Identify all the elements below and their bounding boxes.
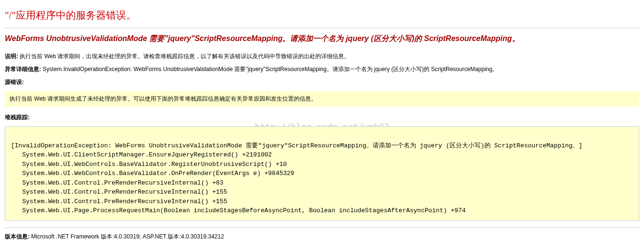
version-label: 版本信息: — [5, 233, 30, 240]
description-line: 说明: 执行当前 Web 请求期间，出现未经处理的异常。请检查堆栈跟踪信息，以了… — [5, 52, 639, 61]
source-error-label-text: 源错误: — [5, 79, 24, 85]
exception-line: 异常详细信息: System.InvalidOperationException… — [5, 65, 639, 73]
stack-trace-label-text: 堆栈跟踪: — [5, 114, 30, 121]
error-page: "/"应用程序中的服务器错误。 WebForms UnobtrusiveVali… — [5, 9, 639, 241]
description-label: 说明: — [5, 53, 18, 60]
divider — [5, 227, 639, 228]
page-title: "/"应用程序中的服务器错误。 — [5, 9, 639, 22]
exception-text: System.InvalidOperationException: WebFor… — [41, 66, 498, 72]
error-subtitle: WebForms UnobtrusiveValidationMode 需要"jq… — [5, 34, 639, 44]
divider — [5, 28, 639, 28]
stack-trace-box: [InvalidOperationException: WebForms Uno… — [5, 126, 639, 221]
version-text: Microsoft .NET Framework 版本:4.0.30319; A… — [30, 233, 224, 240]
exception-label: 异常详细信息: — [5, 66, 41, 72]
source-error-box: 执行当前 Web 请求期间生成了未经处理的异常。可以使用下面的异常堆栈跟踪信息确… — [5, 91, 639, 107]
description-text: 执行当前 Web 请求期间，出现未经处理的异常。请检查堆栈跟踪信息，以了解有关该… — [18, 53, 350, 60]
source-error-label: 源错误: — [5, 78, 639, 86]
version-line: 版本信息: Microsoft .NET Framework 版本:4.0.30… — [5, 233, 639, 241]
stack-trace-label: 堆栈跟踪: — [5, 114, 639, 122]
